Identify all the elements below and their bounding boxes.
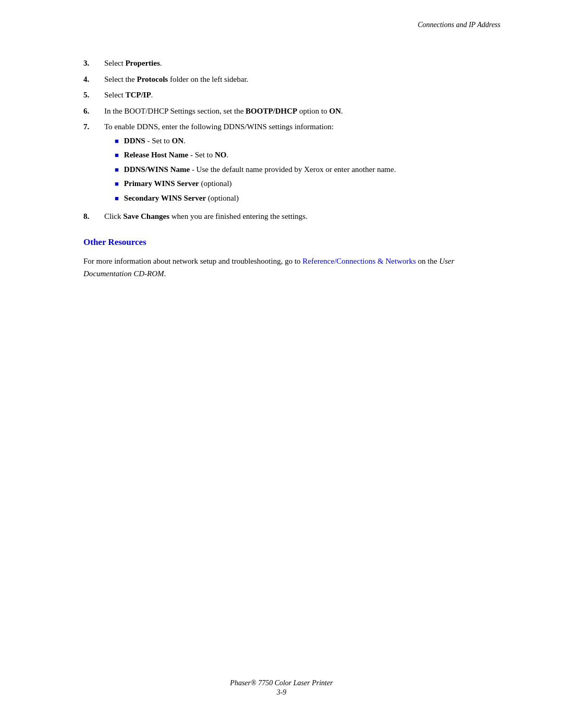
step-item-5: 5. Select TCP/IP.: [83, 89, 500, 101]
bullet-icon-5: ■: [115, 193, 119, 204]
step-number-8: 8.: [83, 211, 104, 223]
step-item-3: 3. Select Properties.: [83, 57, 500, 69]
step-number-5: 5.: [83, 89, 104, 101]
step-number-6: 6.: [83, 105, 104, 117]
sub-item-3: ■ DDNS/WINS Name - Use the default name …: [115, 164, 500, 176]
step-text-5: Select TCP/IP.: [104, 89, 500, 101]
header-title: Connections and IP Address: [418, 21, 500, 29]
footer-line1: Phaser® 7750 Color Laser Printer: [0, 679, 563, 687]
reference-link[interactable]: Reference/Connections & Networks: [302, 257, 415, 265]
sub-text-4: Primary WINS Server (optional): [124, 178, 232, 190]
header-right: Connections and IP Address: [418, 21, 500, 29]
step-list: 3. Select Properties. 4. Select the Prot…: [83, 57, 500, 223]
sub-item-4: ■ Primary WINS Server (optional): [115, 178, 500, 190]
sub-text-2: Release Host Name - Set to NO.: [124, 149, 228, 161]
sub-item-1: ■ DDNS - Set to ON.: [115, 135, 500, 147]
sub-text-3: DDNS/WINS Name - Use the default name pr…: [124, 164, 396, 176]
content-area: 3. Select Properties. 4. Select the Prot…: [83, 57, 500, 280]
step-number-4: 4.: [83, 73, 104, 85]
period: .: [164, 269, 166, 278]
step-item-4: 4. Select the Protocols folder on the le…: [83, 73, 500, 85]
step-number-7: 7.: [83, 121, 104, 206]
page: Connections and IP Address 3. Select Pro…: [0, 0, 563, 728]
step-item-8: 8. Click Save Changes when you are finis…: [83, 211, 500, 223]
footer: Phaser® 7750 Color Laser Printer 3-9: [0, 679, 563, 697]
step-text-8: Click Save Changes when you are finished…: [104, 211, 500, 223]
sub-item-2: ■ Release Host Name - Set to NO.: [115, 149, 500, 161]
sub-text-5: Secondary WINS Server (optional): [124, 192, 239, 204]
sub-text-1: DDNS - Set to ON.: [124, 135, 186, 147]
sub-list: ■ DDNS - Set to ON. ■ Release Host Name …: [115, 135, 500, 204]
step-text-3: Select Properties.: [104, 57, 500, 69]
step-item-7: 7. To enable DDNS, enter the following D…: [83, 121, 500, 206]
paragraph-after-link: on the: [416, 257, 439, 265]
footer-line2: 3-9: [0, 688, 563, 697]
step-number-3: 3.: [83, 57, 104, 69]
step-item-6: 6. In the BOOT/DHCP Settings section, se…: [83, 105, 500, 117]
bullet-icon-4: ■: [115, 179, 119, 189]
bullet-icon-2: ■: [115, 150, 119, 161]
step-text-4: Select the Protocols folder on the left …: [104, 73, 500, 85]
step-text-7: To enable DDNS, enter the following DDNS…: [104, 122, 334, 131]
bullet-icon-3: ■: [115, 165, 119, 175]
step-text-6: In the BOOT/DHCP Settings section, set t…: [104, 105, 500, 117]
sub-item-5: ■ Secondary WINS Server (optional): [115, 192, 500, 204]
paragraph-before-link: For more information about network setup…: [83, 257, 302, 265]
body-paragraph: For more information about network setup…: [83, 255, 500, 280]
other-resources-heading: Other Resources: [83, 237, 500, 248]
bullet-icon-1: ■: [115, 136, 119, 146]
